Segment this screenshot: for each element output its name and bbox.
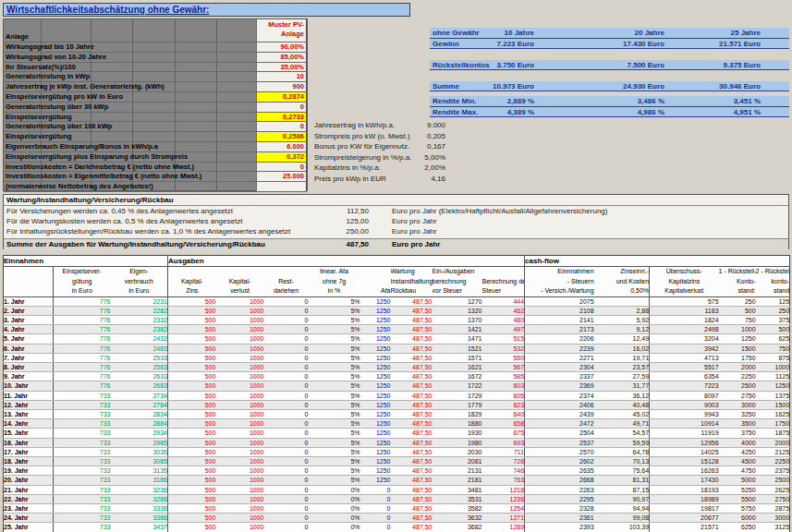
table-cell[interactable]: 0% bbox=[309, 494, 360, 503]
table-cell[interactable]: 5500 bbox=[719, 494, 756, 503]
table-cell[interactable]: 2472 bbox=[525, 419, 594, 429]
table-cell[interactable]: 1250 bbox=[756, 381, 790, 391]
table-cell[interactable]: 500 bbox=[168, 325, 216, 334]
table-cell[interactable]: 567 bbox=[482, 362, 525, 371]
table-cell[interactable]: 7. Jahr bbox=[4, 353, 54, 362]
table-cell[interactable]: 1000 bbox=[216, 419, 264, 429]
table-cell[interactable]: 623 bbox=[482, 400, 525, 409]
table-cell[interactable]: 18989 bbox=[650, 494, 719, 503]
table-cell[interactable]: 1250 bbox=[360, 344, 391, 353]
wartung-value[interactable]: 125,00 bbox=[309, 216, 369, 226]
table-cell[interactable]: 21. Jahr bbox=[4, 485, 54, 494]
table-cell[interactable]: 18. Jahr bbox=[4, 456, 54, 466]
table-cell[interactable]: 8097 bbox=[650, 391, 719, 400]
table-cell[interactable]: 2282 bbox=[111, 306, 168, 315]
table-cell[interactable]: 2784 bbox=[111, 400, 168, 409]
table-cell[interactable]: 2263 bbox=[525, 485, 594, 494]
table-cell[interactable]: 750 bbox=[719, 315, 756, 324]
table-col-header[interactable]: Einnnahmen- Steuern- Versich./Wartung bbox=[525, 267, 594, 297]
table-cell[interactable]: 487,50 bbox=[391, 485, 433, 494]
info-value[interactable]: 0,205 bbox=[410, 131, 445, 142]
table-cell[interactable]: 6354 bbox=[650, 372, 719, 381]
table-cell[interactable]: 3632 bbox=[433, 514, 482, 523]
table-cell[interactable]: 103,39 bbox=[594, 523, 650, 532]
table-cell[interactable]: 3582 bbox=[433, 503, 482, 513]
table-cell[interactable]: 487,50 bbox=[391, 391, 433, 400]
table-cell[interactable]: 0 bbox=[360, 514, 391, 523]
table-cell[interactable]: 3000 bbox=[719, 400, 756, 409]
info-value[interactable]: 9.000 bbox=[408, 120, 445, 131]
table-cell[interactable]: 6. Jahr bbox=[4, 344, 54, 353]
table-cell[interactable]: 1000 bbox=[216, 494, 264, 503]
table-cell[interactable]: 54,57 bbox=[594, 429, 650, 438]
table-cell[interactable]: 0% bbox=[309, 503, 360, 513]
table-cell[interactable]: 4500 bbox=[719, 456, 756, 466]
table-cell[interactable]: 94,94 bbox=[594, 503, 650, 513]
table-cell[interactable]: 487,50 bbox=[391, 447, 433, 456]
table-cell[interactable]: 5% bbox=[309, 344, 360, 353]
table-cell[interactable]: 550 bbox=[482, 353, 525, 362]
table-cell[interactable]: 7223 bbox=[650, 381, 719, 391]
table-cell[interactable]: 3035 bbox=[111, 447, 168, 456]
summary-row[interactable]: ohne Gewähr10 Jahre20 Jahre25 Jahre bbox=[430, 28, 789, 39]
table-cell[interactable]: 1672 bbox=[433, 372, 482, 381]
table-cell[interactable]: 3000 bbox=[756, 514, 790, 523]
table-cell[interactable]: 1829 bbox=[433, 409, 482, 418]
param-value-cell[interactable]: 900 bbox=[256, 82, 307, 91]
table-cell[interactable]: 5517 bbox=[650, 362, 719, 371]
table-cell[interactable]: 2369 bbox=[525, 381, 594, 391]
table-cell[interactable]: 2328 bbox=[525, 503, 594, 513]
table-cell[interactable]: 1000 bbox=[216, 296, 264, 306]
table-cell[interactable]: 500 bbox=[168, 296, 216, 306]
table-cell[interactable]: 16,02 bbox=[594, 344, 650, 353]
table-cell[interactable]: 487,50 bbox=[391, 514, 433, 523]
table-cell[interactable]: 1000 bbox=[216, 438, 264, 447]
table-cell[interactable]: 0 bbox=[264, 353, 309, 362]
table-cell[interactable]: 2206 bbox=[525, 334, 594, 344]
table-cell[interactable]: 1000 bbox=[216, 334, 264, 344]
table-cell[interactable]: 750 bbox=[756, 344, 790, 353]
table-cell[interactable]: 2570 bbox=[525, 447, 594, 456]
table-cell[interactable]: 1824 bbox=[650, 315, 719, 324]
param-value-cell[interactable] bbox=[256, 182, 307, 191]
table-cell[interactable]: 0 bbox=[264, 409, 309, 418]
wartung-summe-row[interactable]: Summe der Ausgaben für Wartung/Instandha… bbox=[4, 238, 788, 250]
table-cell[interactable]: 5250 bbox=[719, 485, 756, 494]
param-value-cell[interactable]: 0 bbox=[256, 163, 307, 172]
table-cell[interactable]: 733 bbox=[54, 514, 111, 523]
table-cell[interactable]: 2750 bbox=[756, 494, 790, 503]
table-cell[interactable]: 1218 bbox=[482, 485, 525, 494]
table-cell[interactable]: 487,50 bbox=[391, 362, 433, 371]
table-cell[interactable]: 487,50 bbox=[391, 476, 433, 485]
table-cell[interactable]: 0 bbox=[264, 503, 309, 513]
table-cell[interactable]: 1250 bbox=[360, 296, 391, 306]
anlage-value-cell[interactable]: Muster PV- Anlage bbox=[256, 19, 307, 42]
group-header-ausgaben[interactable]: Ausgaben bbox=[168, 256, 525, 267]
table-cell[interactable]: 2432 bbox=[111, 334, 168, 344]
table-cell[interactable]: 1000 bbox=[216, 466, 264, 476]
table-cell[interactable]: 487,50 bbox=[391, 306, 433, 315]
table-cell[interactable]: 500 bbox=[168, 523, 216, 532]
table-cell[interactable]: 0 bbox=[264, 494, 309, 503]
summary-row[interactable]: Rendite Max.4,389 %4,986 %4,951 % bbox=[430, 107, 789, 118]
table-cell[interactable]: 1421 bbox=[433, 325, 482, 334]
table-cell[interactable]: 1000 bbox=[216, 400, 264, 409]
table-cell[interactable]: 444 bbox=[482, 296, 525, 306]
table-cell[interactable]: 2231 bbox=[111, 296, 168, 306]
param-value-cell[interactable]: 0,2586 bbox=[256, 132, 307, 141]
table-cell[interactable]: 0 bbox=[360, 503, 391, 513]
table-cell[interactable]: 11919 bbox=[650, 429, 719, 438]
table-cell[interactable]: 763 bbox=[482, 476, 525, 485]
table-cell[interactable]: 1000 bbox=[216, 353, 264, 362]
table-cell[interactable]: 2375 bbox=[756, 466, 790, 476]
table-cell[interactable]: 1880 bbox=[433, 419, 482, 429]
table-cell[interactable]: 22. Jahr bbox=[4, 494, 54, 503]
table-cell[interactable]: 776 bbox=[54, 344, 111, 353]
table-cell[interactable]: 1750 bbox=[719, 353, 756, 362]
table-cell[interactable]: 0 bbox=[264, 523, 309, 532]
table-cell[interactable]: 2884 bbox=[111, 419, 168, 429]
table-cell[interactable]: 5% bbox=[309, 438, 360, 447]
table-cell[interactable]: 1000 bbox=[216, 456, 264, 466]
table-cell[interactable]: 375 bbox=[756, 315, 790, 324]
table-cell[interactable]: 1000 bbox=[216, 503, 264, 513]
